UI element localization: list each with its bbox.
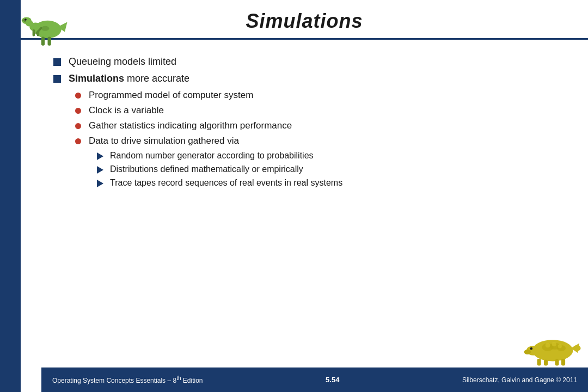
sub-bullet-text: Gather statistics indicating algorithm p… [89,120,292,131]
sub-bullet-text: Clock is a variable [89,105,164,116]
list-item: Data to drive simulation gathered via [53,136,555,146]
circle-bullet-icon [75,108,81,114]
dino-top-left-image [21,0,70,49]
slide-header: Simulations [21,0,588,40]
footer-left-text: Operating System Concepts Essentials – 8… [52,375,203,384]
svg-point-18 [524,350,531,354]
footer-page-number: 5.54 [326,376,339,384]
svg-rect-8 [48,37,51,46]
svg-rect-22 [537,359,541,365]
list-item: Trace tapes record sequences of real eve… [53,178,555,188]
bullet2-bold: Simulations [69,73,124,84]
sub-bullet-text: Programmed model of computer system [89,90,253,101]
bullet1-text: Queueing models limited [69,56,176,68]
square-bullet-icon [53,58,61,66]
svg-point-28 [558,344,562,348]
list-item: Queueing models limited [53,56,555,68]
svg-rect-9 [33,29,35,36]
list-item: Simulations more accurate [53,73,555,84]
footer-edition-text: Edition [181,377,203,384]
svg-point-21 [573,345,580,351]
list-item: Clock is a variable [53,105,555,116]
square-bullet-icon [53,75,61,83]
circle-bullet-icon [75,138,81,144]
list-item: Random number generator according to pro… [53,151,555,161]
main-bullet-list: Queueing models limited Simulations more… [53,56,555,188]
svg-point-26 [546,343,550,348]
bullet2-rest: more accurate [124,73,189,84]
slide-content: Queueing models limited Simulations more… [21,40,588,203]
footer-copyright-text: Silberschatz, Galvin and Gagne © 2011 [462,376,577,384]
sub-sub-bullet-text: Trace tapes record sequences of real eve… [110,178,342,188]
page-title: Simulations [246,10,363,33]
list-item: Gather statistics indicating algorithm p… [53,120,555,131]
slide-footer: Operating System Concepts Essentials – 8… [41,367,588,392]
left-accent-bar [0,0,21,392]
dino-bottom-right-image [523,324,583,367]
svg-rect-7 [41,37,45,46]
circle-bullet-icon [75,123,81,129]
triangle-bullet-icon [97,152,103,160]
triangle-bullet-icon [97,166,103,174]
circle-bullet-icon [75,93,81,99]
list-item: Programmed model of computer system [53,90,555,101]
svg-point-19 [530,347,532,350]
svg-point-27 [552,342,556,346]
svg-point-5 [24,19,27,21]
sub-sub-bullet-text: Random number generator according to pro… [110,151,314,161]
svg-rect-25 [561,359,565,365]
svg-rect-23 [544,360,548,366]
bullet2-text: Simulations more accurate [69,73,189,84]
sub-sub-bullet-text: Distributions defined mathematically or … [110,164,303,174]
triangle-bullet-icon [97,180,103,187]
list-item: Distributions defined mathematically or … [53,164,555,174]
sub-bullet-text: Data to drive simulation gathered via [89,136,239,146]
svg-point-12 [41,26,49,31]
svg-rect-24 [555,359,559,366]
main-content: Simulations Queueing models limited Simu… [21,0,588,392]
footer-course-text: Operating System Concepts Essentials – 8 [52,377,176,384]
